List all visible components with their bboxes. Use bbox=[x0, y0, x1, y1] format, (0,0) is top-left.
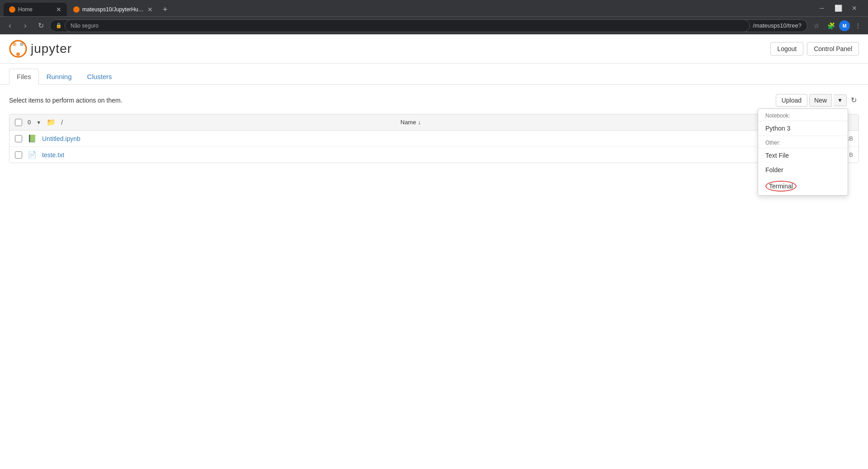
action-buttons: Upload New ▼ ↻ Notebook: Python 3 Other:… bbox=[776, 94, 859, 107]
notebook-section-label: Notebook: bbox=[758, 109, 848, 121]
select-text: Select items to perform actions on them. bbox=[9, 97, 123, 104]
terminal-label: Terminal bbox=[765, 181, 797, 192]
jupyter-header: jupyter Logout Control Panel bbox=[0, 34, 868, 64]
bookmark-button[interactable]: ☆ bbox=[810, 19, 823, 32]
browser-chrome: Home ✕ mateusps10/JupyterHub_Compl… ✕ + … bbox=[0, 0, 868, 34]
file-checkbox-notebook[interactable] bbox=[15, 135, 22, 142]
file-list-header: 0 ▼ 📁 / Name ↓ Last Modified File size bbox=[9, 114, 859, 131]
browser-toolbar: ‹ › ↻ 🔒 Não seguro /mateusps10/tree? ☆ 🧩… bbox=[0, 16, 868, 34]
profile-avatar[interactable]: M bbox=[839, 20, 850, 31]
refresh-button[interactable]: ↻ bbox=[849, 94, 859, 107]
tab-close-home[interactable]: ✕ bbox=[56, 6, 61, 13]
file-name-notebook[interactable]: Untitled.ipynb bbox=[42, 135, 799, 142]
toolbar-icons: ☆ 🧩 M ⋮ bbox=[810, 19, 864, 32]
select-all-checkbox[interactable] bbox=[15, 119, 22, 126]
extensions-button[interactable]: 🧩 bbox=[825, 19, 837, 32]
text-file-item[interactable]: Text File bbox=[758, 148, 848, 163]
notebook-icon: 📗 bbox=[28, 134, 37, 143]
svg-point-1 bbox=[13, 42, 16, 46]
menu-button[interactable]: ⋮ bbox=[852, 19, 864, 32]
upload-button[interactable]: Upload bbox=[776, 94, 807, 107]
control-panel-button[interactable]: Control Panel bbox=[807, 42, 859, 56]
new-tab-button[interactable]: + bbox=[159, 3, 171, 16]
python3-item[interactable]: Python 3 bbox=[758, 121, 848, 136]
jupyter-logo-icon bbox=[9, 40, 27, 58]
tab-clusters[interactable]: Clusters bbox=[80, 69, 120, 84]
file-browser-header: Select items to perform actions on them.… bbox=[9, 94, 859, 107]
tab-title-home: Home bbox=[18, 6, 53, 13]
file-browser: Select items to perform actions on them.… bbox=[0, 84, 868, 172]
new-button[interactable]: New bbox=[809, 94, 832, 107]
jupyter-logo-text: jupyter bbox=[31, 42, 72, 56]
address-bar[interactable]: 🔒 Não seguro /mateusps10/tree? bbox=[50, 19, 807, 32]
browser-tab-jupyter[interactable]: mateusps10/JupyterHub_Compl… ✕ bbox=[68, 3, 158, 16]
svg-point-2 bbox=[20, 42, 24, 46]
browser-tabs: Home ✕ mateusps10/JupyterHub_Compl… ✕ + bbox=[4, 0, 171, 16]
logout-button[interactable]: Logout bbox=[770, 42, 803, 56]
folder-item[interactable]: Folder bbox=[758, 163, 848, 177]
file-name-txt[interactable]: teste.txt bbox=[42, 151, 830, 159]
file-row-notebook: 📗 Untitled.ipynb Running kB bbox=[9, 131, 859, 147]
tab-title-jupyter: mateusps10/JupyterHub_Compl… bbox=[82, 6, 145, 13]
restore-button[interactable]: ⬜ bbox=[832, 2, 844, 14]
name-sort[interactable]: Name ↓ bbox=[401, 119, 421, 126]
file-checkbox-txt[interactable] bbox=[15, 151, 22, 159]
back-button[interactable]: ‹ bbox=[4, 19, 16, 32]
jupyter-logo: jupyter bbox=[9, 40, 72, 58]
svg-point-3 bbox=[16, 52, 20, 56]
dropdown-menu: Notebook: Python 3 Other: Text File Fold… bbox=[758, 108, 848, 196]
security-label: Não seguro bbox=[65, 19, 750, 32]
tab-favicon-jupyter bbox=[73, 6, 80, 13]
new-dropdown-button[interactable]: ▼ bbox=[834, 94, 847, 106]
url-text: /mateusps10/tree? bbox=[753, 22, 802, 29]
text-file-icon: 📄 bbox=[28, 150, 37, 159]
terminal-item[interactable]: Terminal bbox=[758, 177, 848, 195]
close-window-button[interactable]: ✕ bbox=[848, 2, 861, 14]
tab-favicon-home bbox=[9, 6, 15, 13]
header-count: 0 bbox=[28, 119, 31, 126]
file-row-txt: 📄 teste.txt 2 B bbox=[9, 147, 859, 163]
browser-tab-home[interactable]: Home ✕ bbox=[4, 3, 67, 16]
folder-icon: 📁 bbox=[47, 118, 56, 127]
browser-titlebar: Home ✕ mateusps10/JupyterHub_Compl… ✕ + … bbox=[0, 0, 868, 16]
header-dropdown-arrow[interactable]: ▼ bbox=[36, 120, 41, 125]
lock-icon: 🔒 bbox=[56, 23, 62, 28]
file-list-container: 0 ▼ 📁 / Name ↓ Last Modified File size 📗… bbox=[9, 114, 859, 163]
reload-button[interactable]: ↻ bbox=[34, 19, 47, 32]
tab-running[interactable]: Running bbox=[39, 69, 80, 84]
other-section-label: Other: bbox=[758, 136, 848, 148]
minimize-button[interactable]: ─ bbox=[816, 2, 828, 14]
header-buttons: Logout Control Panel bbox=[770, 42, 859, 56]
breadcrumb: / bbox=[61, 119, 63, 126]
page-content: jupyter Logout Control Panel Files Runni… bbox=[0, 34, 868, 468]
tabs-bar: Files Running Clusters bbox=[0, 68, 868, 84]
tab-close-jupyter[interactable]: ✕ bbox=[147, 6, 153, 13]
forward-button[interactable]: › bbox=[19, 19, 32, 32]
tab-files[interactable]: Files bbox=[9, 69, 39, 84]
